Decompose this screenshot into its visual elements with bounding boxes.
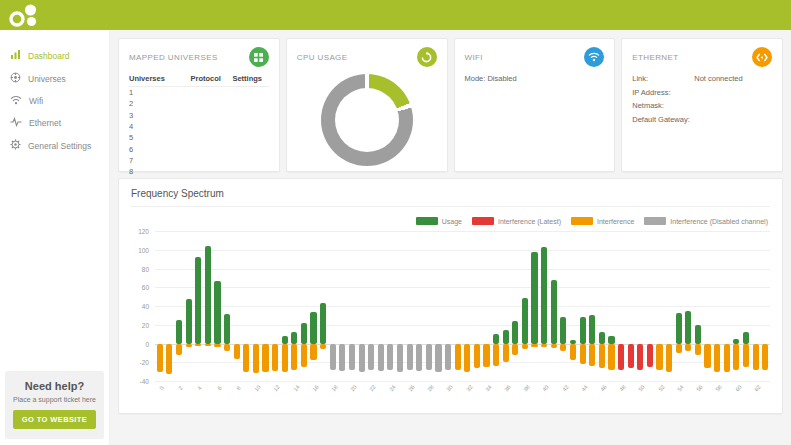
- interference-bar: [628, 344, 634, 368]
- interference-bar: [224, 344, 230, 352]
- y-axis-tick: 80: [142, 265, 149, 272]
- mapped-universes-grid-icon: [249, 47, 269, 67]
- channel-slot: [722, 231, 732, 381]
- x-tick-slot: [645, 381, 655, 397]
- interference-bar: [656, 344, 662, 370]
- x-tick-slot: [338, 381, 348, 397]
- channel-slot: [703, 231, 713, 381]
- spectrum-plot-area: [155, 231, 770, 381]
- x-tick-slot: 38: [520, 381, 530, 397]
- interference-bar: [608, 344, 614, 370]
- x-tick-slot: 58: [712, 381, 722, 397]
- channel-slot: [597, 231, 607, 381]
- sidebar-item-wifi[interactable]: Wifi: [0, 90, 109, 112]
- interference-bar: [464, 344, 470, 372]
- usage-bar: [580, 317, 586, 343]
- col-settings: Settings: [232, 74, 268, 83]
- x-tick-slot: [414, 381, 424, 397]
- x-tick-slot: 14: [290, 381, 300, 397]
- x-tick-slot: [318, 381, 328, 397]
- sidebar-item-label: Wifi: [29, 96, 43, 106]
- legend-swatch: [571, 217, 593, 225]
- channel-slot: [395, 231, 405, 381]
- interference-bar: [599, 344, 605, 368]
- channel-slot: [674, 231, 684, 381]
- usage-bar: [541, 247, 547, 344]
- usage-bar: [551, 280, 557, 344]
- interference-bar: [368, 344, 374, 370]
- x-tick-slot: [722, 381, 732, 397]
- interference-bar: [753, 344, 759, 370]
- interference-bar: [387, 344, 393, 370]
- sidebar-nav: DashboardUniversesWifiEthernetGeneral Se…: [0, 30, 109, 157]
- channel-slot: [511, 231, 521, 381]
- dashboard-icon: [10, 49, 21, 62]
- channel-slot: [184, 231, 194, 381]
- x-axis-labels: 0246810121416182022242628303234363840424…: [155, 381, 770, 397]
- channel-slot: [213, 231, 223, 381]
- ethernet-field-row: Default Gateway:: [632, 115, 772, 129]
- channel-slot: [587, 231, 597, 381]
- sidebar-item-universes[interactable]: Universes: [0, 67, 109, 90]
- universe-row: 7: [129, 155, 269, 166]
- channel-slot: [155, 231, 165, 381]
- channel-slot: [578, 231, 588, 381]
- card-wifi-header: WIFI: [465, 47, 605, 67]
- interference-bar: [474, 344, 480, 368]
- sidebar-item-dashboard[interactable]: Dashboard: [0, 44, 109, 67]
- go-to-website-button[interactable]: GO TO WEBSITE: [13, 410, 96, 429]
- wifi-mode-text: Mode: Disabled: [465, 74, 605, 83]
- usage-bar: [743, 332, 749, 343]
- ethernet-icon: [752, 47, 772, 67]
- usage-bar: [695, 325, 701, 344]
- channel-slot: [472, 231, 482, 381]
- channel-slot: [741, 231, 751, 381]
- universe-row: 1: [129, 87, 269, 98]
- x-tick-slot: 26: [405, 381, 415, 397]
- channel-slot: [414, 231, 424, 381]
- channel-slot: [405, 231, 415, 381]
- card-title-ethernet: ETHERNET: [632, 53, 678, 62]
- channel-slot: [635, 231, 645, 381]
- sidebar-item-general-settings[interactable]: General Settings: [0, 134, 109, 157]
- channel-slot: [501, 231, 511, 381]
- usage-bar: [531, 252, 537, 344]
- legend-item: Interference (Disabled channel): [644, 217, 768, 225]
- card-cpu-header: CPU USAGE: [297, 47, 437, 67]
- usage-bar: [608, 336, 614, 344]
- ethernet-field-value: Not connected: [694, 74, 742, 88]
- x-tick-slot: 32: [463, 381, 473, 397]
- ethernet-field-row: Netmask:: [632, 101, 772, 115]
- interference-bar: [724, 344, 730, 372]
- x-tick-slot: 18: [328, 381, 338, 397]
- channel-slot: [655, 231, 665, 381]
- y-axis-tick: 40: [142, 303, 149, 310]
- x-tick-slot: 52: [655, 381, 665, 397]
- x-tick-slot: 56: [693, 381, 703, 397]
- x-tick-slot: [165, 381, 175, 397]
- legend-label: Interference (Latest): [498, 218, 561, 225]
- channel-slot: [376, 231, 386, 381]
- sidebar-item-ethernet[interactable]: Ethernet: [0, 112, 109, 134]
- help-card: Need help? Place a support ticket here G…: [5, 371, 104, 439]
- channel-slot: [607, 231, 617, 381]
- universe-row: 4: [129, 121, 269, 132]
- interference-bar: [483, 344, 489, 367]
- x-tick-slot: 12: [270, 381, 280, 397]
- usage-bar: [512, 321, 518, 344]
- sidebar-item-label: Universes: [28, 74, 66, 84]
- usage-bar: [599, 332, 605, 343]
- x-tick-slot: [261, 381, 271, 397]
- usage-bar: [195, 257, 201, 343]
- gridline: [155, 381, 770, 382]
- interference-bar: [551, 344, 557, 349]
- x-tick-slot: 28: [424, 381, 434, 397]
- interference-bar: [733, 344, 739, 370]
- wifi-icon: [10, 95, 22, 107]
- x-tick-slot: 44: [578, 381, 588, 397]
- channel-slot: [241, 231, 251, 381]
- x-tick-slot: [664, 381, 674, 397]
- sidebar-item-label: General Settings: [28, 141, 91, 151]
- interference-bar: [647, 344, 653, 367]
- usage-bar: [282, 336, 288, 344]
